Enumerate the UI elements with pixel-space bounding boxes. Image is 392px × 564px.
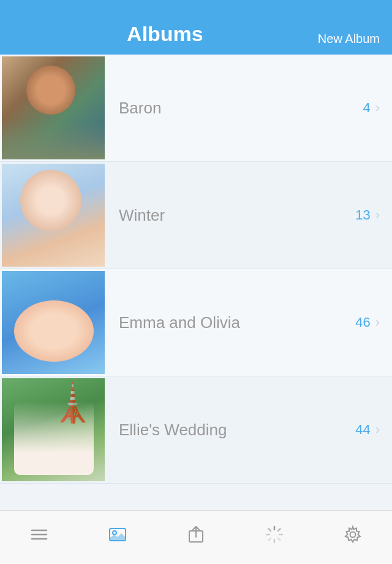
album-item-emma-olivia[interactable]: Emma and Olivia 46 ›: [0, 269, 392, 376]
page-title: Albums: [12, 22, 318, 46]
album-thumb-emma-olivia: [2, 271, 105, 374]
album-thumb-winter: [2, 164, 105, 267]
app-header: Albums New Album: [0, 0, 392, 55]
activity-icon: [265, 525, 284, 544]
album-count-ellies-wedding: 44: [355, 422, 370, 438]
chevron-icon-baron: ›: [375, 100, 380, 116]
album-name-emma-olivia: Emma and Olivia: [119, 313, 240, 332]
new-album-button[interactable]: New Album: [318, 32, 380, 46]
photos-icon: [108, 525, 127, 544]
chevron-icon-emma-olivia: ›: [375, 314, 380, 330]
album-info-baron: Baron 4 ›: [107, 99, 392, 118]
svg-line-13: [269, 538, 271, 541]
settings-icon: [343, 525, 363, 544]
svg-line-12: [278, 538, 281, 541]
tab-photos[interactable]: [93, 516, 142, 553]
share-icon: [186, 525, 206, 544]
tab-share[interactable]: [172, 516, 221, 553]
album-item-winter[interactable]: Winter 13 ›: [0, 162, 392, 269]
album-info-emma-olivia: Emma and Olivia 46 ›: [107, 313, 392, 332]
album-right-ellies-wedding: 44 ›: [355, 422, 380, 438]
tab-menu[interactable]: [15, 516, 64, 553]
svg-line-14: [278, 528, 281, 531]
tab-settings[interactable]: [328, 516, 377, 553]
album-right-emma-olivia: 46 ›: [355, 314, 380, 330]
album-right-winter: 13 ›: [355, 207, 380, 223]
chevron-icon-winter: ›: [375, 207, 380, 223]
album-thumb-ellies-wedding: [2, 378, 105, 481]
album-name-ellies-wedding: Ellie's Wedding: [119, 421, 227, 440]
album-count-baron: 4: [363, 100, 370, 116]
album-name-baron: Baron: [119, 99, 161, 118]
album-item-ellies-wedding[interactable]: Ellie's Wedding 44 ›: [0, 376, 392, 484]
album-info-ellies-wedding: Ellie's Wedding 44 ›: [107, 421, 392, 440]
album-thumb-baron: [2, 56, 105, 159]
album-list: Baron 4 › Winter 13 › Emma and Olivia: [0, 55, 392, 484]
svg-point-15: [350, 532, 356, 537]
chevron-icon-ellies-wedding: ›: [375, 422, 380, 438]
svg-line-11: [269, 528, 271, 531]
svg-point-4: [113, 531, 116, 535]
tab-activity[interactable]: [250, 516, 299, 553]
album-count-winter: 13: [355, 207, 370, 223]
menu-icon: [29, 525, 49, 544]
album-name-winter: Winter: [119, 206, 165, 225]
album-item-baron[interactable]: Baron 4 ›: [0, 55, 392, 162]
album-right-baron: 4 ›: [363, 100, 380, 116]
album-count-emma-olivia: 46: [355, 314, 370, 330]
album-info-winter: Winter 13 ›: [107, 206, 392, 225]
tab-bar: [0, 510, 392, 564]
